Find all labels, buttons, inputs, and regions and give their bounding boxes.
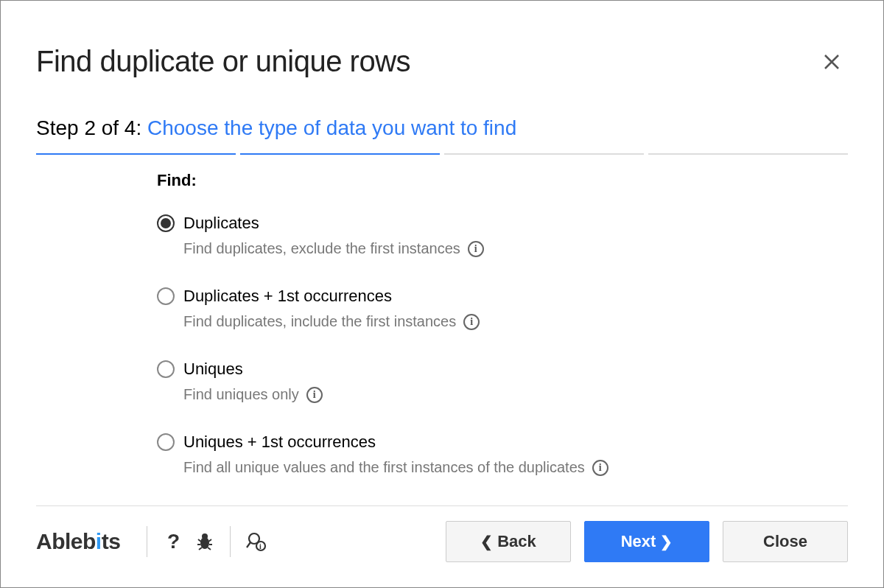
info-icon[interactable]: i <box>592 460 608 476</box>
help-icon[interactable]: ? <box>156 525 189 558</box>
info-icon[interactable]: i <box>306 387 323 403</box>
radio-uniques-first[interactable] <box>157 433 175 451</box>
progress-seg-4 <box>648 153 848 155</box>
option-duplicates[interactable]: Duplicates Find duplicates, exclude the … <box>157 214 848 257</box>
progress-seg-1 <box>36 153 236 155</box>
progress-bar <box>36 153 848 155</box>
option-label: Duplicates + 1st occurrences <box>183 287 392 306</box>
svg-point-2 <box>202 533 208 539</box>
radio-uniques[interactable] <box>157 360 175 378</box>
next-button[interactable]: Next ❯ <box>584 521 709 562</box>
bug-icon[interactable] <box>189 525 221 558</box>
back-label: Back <box>497 532 536 551</box>
brand-logo: Ablebits <box>36 529 138 554</box>
option-desc: Find duplicates, exclude the first insta… <box>183 240 460 257</box>
search-info-icon[interactable]: i <box>239 525 272 558</box>
step-description: Choose the type of data you want to find <box>147 116 516 139</box>
close-button[interactable]: Close <box>723 521 848 562</box>
next-label: Next <box>621 532 656 551</box>
option-desc: Find duplicates, include the first insta… <box>183 313 456 330</box>
dialog-title: Find duplicate or unique rows <box>36 45 410 78</box>
divider <box>147 526 147 557</box>
info-icon[interactable]: i <box>463 314 480 330</box>
chevron-left-icon: ❮ <box>480 533 493 550</box>
option-uniques[interactable]: Uniques Find uniques only i <box>157 360 848 403</box>
radio-duplicates-first[interactable] <box>157 287 175 305</box>
option-duplicates-first[interactable]: Duplicates + 1st occurrences Find duplic… <box>157 287 848 330</box>
option-label: Uniques + 1st occurrences <box>183 433 376 452</box>
option-uniques-first[interactable]: Uniques + 1st occurrences Find all uniqu… <box>157 433 848 476</box>
step-prefix: Step 2 of 4: <box>36 116 147 139</box>
option-desc: Find uniques only <box>183 386 299 403</box>
close-label: Close <box>763 532 807 551</box>
svg-text:?: ? <box>167 531 180 552</box>
info-icon[interactable]: i <box>468 241 484 257</box>
svg-text:i: i <box>259 542 262 550</box>
step-indicator: Step 2 of 4: Choose the type of data you… <box>36 116 848 140</box>
divider <box>230 526 231 557</box>
find-label: Find: <box>157 171 848 190</box>
back-button[interactable]: ❮ Back <box>446 521 571 562</box>
option-label: Uniques <box>183 360 243 379</box>
progress-seg-3 <box>444 153 644 155</box>
progress-seg-2 <box>240 153 440 155</box>
chevron-right-icon: ❯ <box>660 533 673 550</box>
close-icon[interactable] <box>815 46 848 78</box>
option-desc: Find all unique values and the first ins… <box>183 459 585 476</box>
option-label: Duplicates <box>183 214 259 233</box>
radio-duplicates[interactable] <box>157 214 175 232</box>
